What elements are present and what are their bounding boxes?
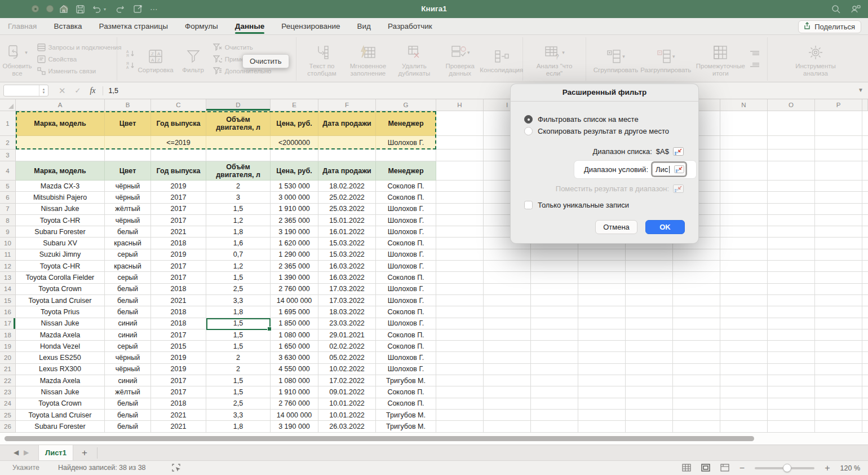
unique-records-checkbox[interactable] (524, 201, 533, 209)
cell-C7[interactable]: 2017 (151, 204, 206, 215)
cell-C11[interactable]: 2019 (151, 249, 206, 261)
cell-G21[interactable]: Шолохов Г. (376, 364, 436, 375)
horizontal-scrollbar[interactable] (5, 436, 754, 441)
cell-P26[interactable] (815, 421, 862, 432)
column-header-D[interactable]: D (206, 99, 271, 111)
cell-H20[interactable] (436, 352, 484, 363)
cell-G2[interactable]: Шолохов Г. (376, 136, 436, 149)
cell-I21[interactable] (484, 364, 531, 375)
cell-F23[interactable]: 09.01.2022 (318, 386, 376, 398)
cell-H7[interactable] (436, 204, 484, 215)
row-header-23[interactable]: 23 (0, 386, 16, 398)
cell-F6[interactable]: 25.02.2022 (318, 192, 376, 203)
cell-A25[interactable]: Toyota Land Cruiser (16, 410, 105, 421)
cell-E10[interactable]: 1 620 000 (271, 238, 318, 249)
row-header-21[interactable]: 21 (0, 364, 16, 375)
cell-L11[interactable] (626, 249, 673, 261)
cell-A6[interactable]: Mitsubishi Pajero (16, 192, 105, 203)
cell-B7[interactable]: жёлтый (105, 204, 151, 215)
cell-D26[interactable]: 1,8 (206, 421, 271, 432)
cell-D1[interactable]: Объём двигателя, л (206, 111, 271, 136)
cell-F20[interactable]: 05.02.2022 (318, 352, 376, 363)
cell-J23[interactable] (531, 386, 578, 398)
cell-M26[interactable] (673, 421, 720, 432)
cell-G7[interactable]: Шолохов Г. (376, 204, 436, 215)
cell-N26[interactable] (720, 421, 768, 432)
prev-sheet-icon[interactable]: ◀ (14, 448, 19, 456)
cell-O20[interactable] (768, 352, 815, 363)
cell-B1[interactable]: Цвет (105, 111, 151, 136)
ribbon-button-outline2[interactable] (750, 60, 760, 70)
cell-C9[interactable]: 2021 (151, 226, 206, 238)
cell-J17[interactable] (531, 318, 578, 329)
cell-O15[interactable] (768, 295, 815, 306)
cell-J20[interactable] (531, 352, 578, 363)
cell-N6[interactable] (720, 192, 768, 203)
cell-P2[interactable] (815, 136, 862, 149)
cell-B24[interactable]: белый (105, 398, 151, 410)
cell-E19[interactable]: 1 650 000 (271, 341, 318, 352)
ribbon-button-Свойства[interactable]: Свойства (37, 54, 122, 64)
cell-N1[interactable] (720, 111, 768, 136)
cell-A8[interactable]: Toyota C-HR (16, 215, 105, 226)
cell-C2[interactable]: <=2019 (151, 136, 206, 149)
cell-P6[interactable] (815, 192, 862, 203)
cell-H5[interactable] (436, 181, 484, 192)
spreadsheet-grid[interactable]: ABCDEFGHIJKLMNOP1Марка, модельЦветГод вы… (0, 99, 868, 433)
cancel-entry-icon[interactable]: ✕ (59, 86, 66, 96)
cell-N20[interactable] (720, 352, 768, 363)
cell-A18[interactable]: Mazda Axela (16, 329, 105, 341)
zoom-in-button[interactable]: + (825, 463, 830, 473)
cell-B4[interactable]: Цвет (105, 161, 151, 181)
cell-C20[interactable]: 2019 (151, 352, 206, 363)
cell-E22[interactable]: 1 080 000 (271, 375, 318, 386)
cell-E9[interactable]: 3 190 000 (271, 226, 318, 238)
cell-E6[interactable]: 3 000 000 (271, 192, 318, 203)
criteria-range-input[interactable]: Лис (652, 162, 686, 176)
cell-E17[interactable]: 1 850 000 (271, 318, 318, 329)
cell-B5[interactable]: чёрный (105, 181, 151, 192)
grid-view-icon[interactable] (682, 464, 691, 473)
cell-O24[interactable] (768, 398, 815, 410)
cell-A7[interactable]: Nissan Juke (16, 204, 105, 215)
cell-L21[interactable] (626, 364, 673, 375)
ribbon-button-Инструменты анализа[interactable]: Инструменты анализа (789, 41, 843, 77)
cell-B16[interactable]: белый (105, 306, 151, 318)
cell-P22[interactable] (815, 375, 862, 386)
cell-E21[interactable]: 4 550 000 (271, 364, 318, 375)
cell-G12[interactable]: Шолохов Г. (376, 261, 436, 272)
cell-E25[interactable]: 14 000 000 (271, 410, 318, 421)
cell-P4[interactable] (815, 161, 862, 181)
page-layout-view-icon[interactable] (720, 464, 729, 473)
cell-F16[interactable]: 18.03.2022 (318, 306, 376, 318)
cell-A10[interactable]: Subaru XV (16, 238, 105, 249)
ribbon-tab-Данные[interactable]: Данные (235, 18, 264, 35)
ribbon-button-Удалить дубликаты[interactable]: Удалить дубликаты (392, 41, 436, 77)
cell-E7[interactable]: 1 910 000 (271, 204, 318, 215)
ribbon-button-Сгруппировать[interactable]: ▾Сгруппировать (594, 45, 639, 74)
cell-I15[interactable] (484, 295, 531, 306)
cell-G19[interactable]: Соколов П. (376, 341, 436, 352)
ribbon-button-Обновить все[interactable]: ▾Обновить все (0, 41, 35, 77)
cell-J18[interactable] (531, 329, 578, 341)
row-header-17[interactable]: 17 (0, 318, 16, 329)
cell-L17[interactable] (626, 318, 673, 329)
cell-L18[interactable] (626, 329, 673, 341)
cell-K24[interactable] (578, 398, 626, 410)
cell-F10[interactable]: 15.03.2022 (318, 238, 376, 249)
cell-A26[interactable]: Subaru Forester (16, 421, 105, 432)
cell-N21[interactable] (720, 364, 768, 375)
cell-G20[interactable]: Шолохов Г. (376, 352, 436, 363)
cell-D4[interactable]: Объём двигателя, л (206, 161, 271, 181)
cell-E16[interactable]: 1 695 000 (271, 306, 318, 318)
cell-A21[interactable]: Lexus RX300 (16, 364, 105, 375)
cell-O11[interactable] (768, 249, 815, 261)
cell-C13[interactable]: 2017 (151, 272, 206, 283)
cell-O13[interactable] (768, 272, 815, 283)
cell-O7[interactable] (768, 204, 815, 215)
cell-F2[interactable] (318, 136, 376, 149)
confirm-entry-icon[interactable]: ✓ (75, 86, 81, 95)
cell-F26[interactable]: 26.03.2022 (318, 421, 376, 432)
cell-N9[interactable] (720, 226, 768, 238)
unique-records-option[interactable]: Только уникальные записи (524, 200, 629, 210)
